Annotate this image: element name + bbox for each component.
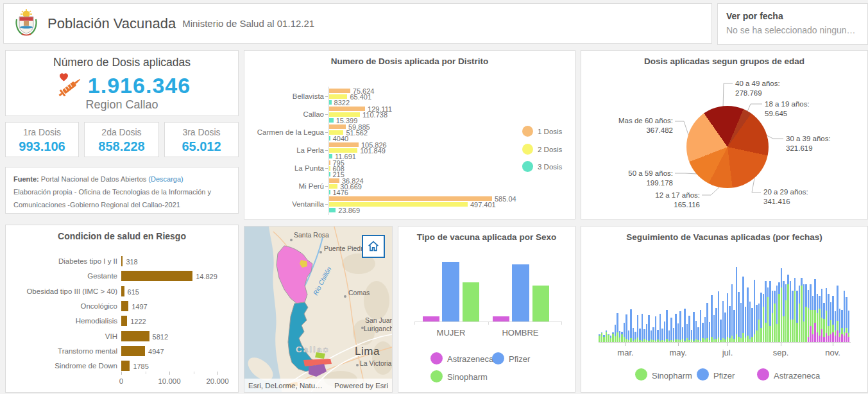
bar-astrazeneca [839,337,841,342]
bar-sinopharm [612,334,614,342]
bar-pfizer [731,284,733,336]
condition-label: Transtorno mental [6,347,117,355]
axis-line [599,342,851,343]
axis-tick [678,343,679,346]
map-label-san-juan: San Juan [365,316,392,324]
bar-pfizer [688,316,690,340]
map-label-la-victoria: La Victoria [360,359,392,367]
bar-pfizer [677,323,679,339]
bar-pfizer [724,313,726,339]
bar-pfizer [826,288,828,311]
bar-1-dosis [329,107,365,111]
bar-astrazeneca [812,334,814,342]
bar-sinopharm [803,321,805,342]
bar-sinopharm [463,282,479,321]
legend-label: Astrazeneca [447,354,493,364]
bar-sinopharm [814,310,816,323]
bar-astrazeneca [823,337,825,342]
map-card[interactable]: Santa Rosa Puente Piedra Comas San Juan … [244,226,393,393]
bar-pfizer [643,329,645,339]
bar-pfizer [832,296,834,325]
bar-pfizer [805,284,807,307]
axis-tick [561,321,562,325]
bar-sinopharm [835,330,837,336]
bar-pfizer [796,291,798,323]
axis-tick-label: jul. [713,348,742,357]
bar-pfizer [790,281,792,320]
bar-value-label: 23.869 [338,207,360,214]
bar-sinopharm [781,287,783,342]
bar-sinopharm [821,318,823,329]
date-filter-selector[interactable]: Ver por fecha No se ha seleccionado ning… [717,3,868,45]
bar-2-dosis [329,148,357,153]
bar-sinopharm [812,310,814,334]
bar-1-dosis [329,196,492,201]
bar-pfizer [606,330,608,332]
bar-sinopharm [823,319,825,337]
kpi-title: Número de Dosis aplicadas [6,56,238,69]
bar-sinopharm [844,332,846,336]
bar-sinopharm [608,335,609,342]
bar-pfizer [765,281,767,323]
bar-pfizer [751,308,753,337]
bar-pfizer [756,305,758,330]
bar-pfizer [803,284,805,321]
bar-value-label: 14.829 [196,273,217,280]
bar-pfizer [785,284,787,300]
bar-sinopharm [826,311,828,333]
bar-pfizer [670,318,672,340]
map-label-lurigancho: Luriganch [364,325,392,332]
stat-label: 3ra Dosis [165,127,238,137]
heart-syringe-icon [53,72,83,99]
age-pie-chart-card: Dosis aplicadas segun grupos de edad 40 … [581,50,868,219]
bar-sinopharm [615,336,617,342]
bar-sinopharm [736,334,738,342]
bar-sinopharm [711,337,713,342]
home-button[interactable] [362,235,385,258]
pie-label-50-59: 50 a 59 años:199.178 [596,169,673,187]
bar-sinopharm [758,320,760,342]
bar-1-dosis [329,160,330,165]
condition-label: Oncológico [6,302,117,310]
page-subtitle: Ministerio de Salud al 01.12.21 [182,18,314,29]
category-label: MUJER [429,328,473,338]
download-link[interactable]: (Descarga) [148,175,183,183]
bar-sinopharm [792,320,794,342]
bar-3-dosis [329,190,330,194]
bar-sinopharm [637,338,639,342]
vaccine-by-sex-chart-card: Tipo de vacuna aplicada por Sexo MUJERHO… [398,226,575,393]
bar-astrazeneca [846,333,847,342]
source-bold: Fuente: [13,175,39,183]
bar-sinopharm [760,328,762,342]
axis-tick [325,96,328,97]
district-chart-plot: Bellavista75.62465.4018322Callao129.1111… [244,51,575,219]
bar-pfizer [442,262,459,321]
pie-label-30-39: 30 a 39 años:321.619 [786,134,831,153]
legend-dot [522,161,533,172]
bar-pfizer [666,310,668,339]
stat-value: 65.012 [165,139,238,154]
bar-pfizer [823,303,825,319]
bar-pfizer [792,291,794,320]
bar-value-label: 4947 [148,348,164,355]
legend-label: Sinopharm [652,371,692,381]
legend-label: Sinopharm [447,372,488,382]
bar-sinopharm [796,323,798,342]
bar-pfizer [706,303,708,338]
bar-sinopharm [765,323,767,342]
bar-pfizer [646,324,648,340]
axis-tick-label: mar. [611,348,640,357]
axis-tick [169,372,170,375]
map-label-callao: Callao [296,345,330,354]
bar-pfizer [661,329,663,340]
axis-tick [325,204,328,205]
bar-pfizer [684,309,686,341]
bar-sinopharm [785,300,787,342]
bar-sinopharm [718,338,720,342]
bar-pfizer [704,317,706,339]
bar-pfizer [668,330,670,341]
stat-value: 993.106 [6,139,78,154]
axis-tick [325,168,328,169]
axis-tick-label: 20.000 [205,377,230,385]
bar-pfizer [727,293,729,337]
